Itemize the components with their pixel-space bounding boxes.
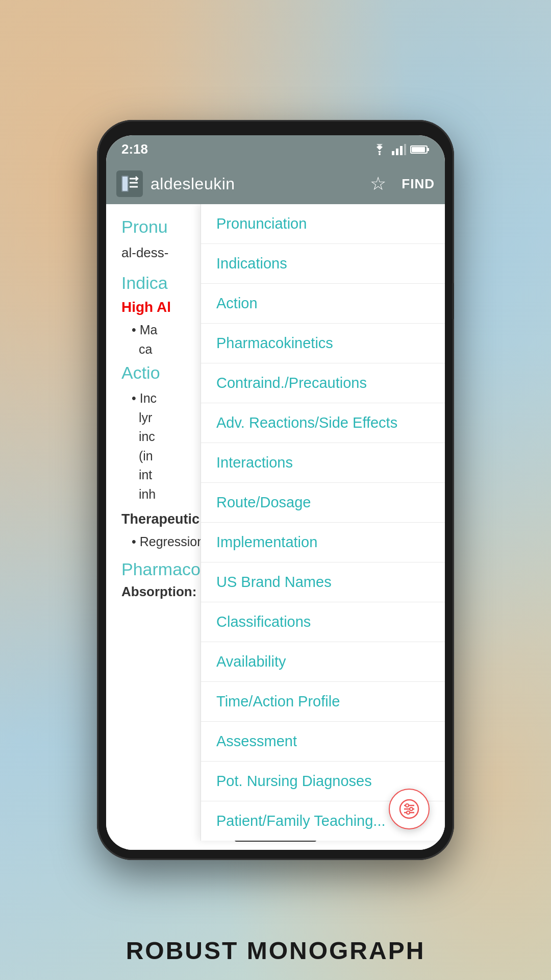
app-header: aldesleukin ☆ FIND [106, 163, 445, 204]
battery-icon [410, 144, 430, 155]
status-icons [371, 144, 430, 155]
svg-rect-2 [396, 149, 398, 155]
dropdown-item-assessment[interactable]: Assessment [201, 722, 445, 762]
dropdown-item-classifications[interactable]: Classifications [201, 602, 445, 642]
dropdown-item-pronunciation[interactable]: Pronunciation [201, 204, 445, 244]
svg-rect-3 [400, 146, 403, 155]
dropdown-item-time-action-profile[interactable]: Time/Action Profile [201, 682, 445, 722]
dropdown-item-action[interactable]: Action [201, 284, 445, 324]
svg-point-18 [410, 807, 413, 811]
dropdown-item-adverse-reactions[interactable]: Adv. Reactions/Side Effects [201, 403, 445, 443]
status-time: 2:18 [121, 141, 148, 157]
phone-frame: 2:18 [97, 120, 454, 860]
svg-point-19 [407, 811, 410, 814]
book-menu-icon [120, 175, 139, 193]
signal-icon [392, 144, 406, 155]
svg-rect-1 [392, 151, 394, 155]
volume-button[interactable] [452, 283, 454, 319]
svg-rect-9 [122, 177, 128, 191]
dropdown-menu: PronunciationIndicationsActionPharmacoki… [201, 204, 445, 841]
main-content: Pronu al-dess- Indica High Al • Ma ca Ac… [106, 204, 445, 850]
svg-rect-6 [427, 148, 429, 151]
menu-icon-button[interactable] [116, 170, 143, 197]
svg-point-0 [379, 153, 381, 155]
settings-fab-button[interactable] [389, 789, 430, 829]
svg-rect-7 [412, 147, 425, 152]
dropdown-item-route-dosage[interactable]: Route/Dosage [201, 483, 445, 523]
wifi-icon [371, 144, 388, 155]
dropdown-item-availability[interactable]: Availability [201, 642, 445, 682]
find-button[interactable]: FIND [402, 176, 435, 192]
phone-screen: 2:18 [106, 135, 445, 850]
dropdown-item-interactions[interactable]: Interactions [201, 443, 445, 483]
favorite-button[interactable]: ☆ [370, 173, 386, 194]
svg-rect-4 [404, 144, 406, 155]
drug-name-title: aldesleukin [151, 175, 362, 193]
dropdown-item-contraindications[interactable]: Contraind./Precautions [201, 363, 445, 403]
sliders-icon [399, 799, 419, 819]
app-tagline: ROBUST MONOGRAPH [0, 937, 551, 965]
dropdown-item-indications[interactable]: Indications [201, 244, 445, 284]
svg-point-17 [406, 804, 409, 807]
status-bar: 2:18 [106, 135, 445, 163]
dropdown-item-implementation[interactable]: Implementation [201, 523, 445, 562]
dropdown-item-pharmacokinetics[interactable]: Pharmacokinetics [201, 324, 445, 363]
dropdown-item-us-brand-names[interactable]: US Brand Names [201, 562, 445, 602]
